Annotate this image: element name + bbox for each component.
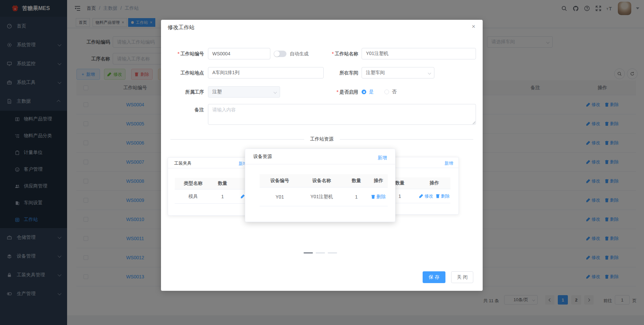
chevron-down-icon bbox=[274, 91, 277, 94]
dialog-name-input[interactable] bbox=[362, 48, 476, 59]
name-field-label: *工作站名称 bbox=[302, 48, 358, 59]
col-header-qty: 数量 bbox=[343, 178, 369, 184]
third-edit-button[interactable]: 修改 bbox=[419, 193, 433, 199]
trash-icon bbox=[436, 194, 440, 198]
carousel-indicator-1[interactable] bbox=[304, 252, 313, 254]
save-button[interactable]: 保 存 bbox=[423, 271, 445, 283]
edit-icon bbox=[241, 195, 245, 199]
carousel-indicator-3[interactable] bbox=[328, 252, 337, 254]
fixture-resource-card: 工装夹具 新增 类型名称 数量 模具 1 修改 bbox=[168, 157, 252, 216]
device-qty-value: 1 bbox=[343, 194, 369, 200]
fixture-qty-value: 1 bbox=[212, 194, 233, 199]
dialog-close-icon[interactable]: × bbox=[472, 23, 475, 30]
device-table: 设备编号 设备名称 数量 操作 Y01 Y01注塑机 1 删除 bbox=[260, 174, 388, 206]
dialog-workshop-select[interactable]: 注塑车间 bbox=[362, 67, 434, 78]
col-header-action: 操作 bbox=[369, 178, 388, 184]
edit-icon bbox=[419, 194, 423, 198]
process-select-value: 注塑 bbox=[212, 89, 222, 95]
col-header-qty: 数量 bbox=[212, 180, 233, 186]
required-mark: * bbox=[337, 89, 338, 95]
device-delete-button[interactable]: 删除 bbox=[371, 194, 386, 200]
carousel-indicator-2[interactable] bbox=[316, 252, 325, 254]
auto-generate-toggle[interactable] bbox=[274, 51, 286, 57]
enabled-radio-group: 是 否 bbox=[362, 86, 396, 98]
third-add-link[interactable]: 新增 bbox=[444, 160, 453, 166]
radio-yes-label[interactable]: 是 bbox=[369, 89, 374, 95]
device-card-title: 设备资源 bbox=[253, 154, 272, 160]
radio-no[interactable] bbox=[384, 90, 389, 94]
workshop-field-label: 所在车间 bbox=[302, 67, 358, 78]
remark-field-label: 备注 bbox=[168, 104, 204, 115]
edit-workstation-dialog: 修改工作站 × *工作站编号 自动生成 *工作站名称 工作站地点 所在车间 注塑… bbox=[161, 20, 483, 291]
third-delete-button[interactable]: 删除 bbox=[436, 193, 450, 199]
resources-divider: 工作站资源 bbox=[170, 139, 473, 140]
col-header-device-name: 设备名称 bbox=[300, 178, 343, 184]
textarea-resize-handle[interactable] bbox=[472, 121, 475, 124]
resources-divider-label: 工作站资源 bbox=[304, 136, 340, 142]
device-name-value: Y01注塑机 bbox=[300, 194, 343, 200]
fixture-type-value: 模具 bbox=[175, 194, 212, 200]
location-field-label: 工作站地点 bbox=[168, 67, 204, 78]
col-header-type: 类型名称 bbox=[175, 180, 212, 186]
device-add-link[interactable]: 新增 bbox=[378, 155, 387, 161]
toggle-knob bbox=[274, 51, 280, 57]
col-header-device-code: 设备编号 bbox=[260, 178, 300, 184]
trash-icon bbox=[371, 195, 375, 199]
code-field-label: *工作站编号 bbox=[168, 48, 204, 59]
chevron-down-icon bbox=[428, 71, 431, 75]
fixture-card-title: 工装夹具 bbox=[174, 160, 192, 166]
dialog-process-select[interactable]: 注塑 bbox=[208, 86, 280, 98]
workshop-select-value: 注塑车间 bbox=[366, 70, 385, 76]
enabled-field-label: *是否启用 bbox=[302, 86, 358, 98]
device-row: Y01 Y01注塑机 1 删除 bbox=[260, 187, 388, 206]
required-mark: * bbox=[332, 51, 334, 56]
process-field-label: 所属工序 bbox=[168, 86, 204, 98]
dialog-code-input[interactable] bbox=[208, 48, 270, 59]
col-header-action: 操作 bbox=[418, 180, 450, 186]
required-mark: * bbox=[178, 51, 179, 56]
close-button[interactable]: 关 闭 bbox=[451, 271, 473, 283]
device-resource-card: 设备资源 新增 设备编号 设备名称 数量 操作 Y01 Y01注塑机 1 删除 bbox=[245, 149, 395, 222]
dialog-remark-textarea[interactable] bbox=[208, 104, 476, 125]
radio-no-label[interactable]: 否 bbox=[392, 89, 396, 95]
dialog-title: 修改工作站 bbox=[168, 24, 195, 31]
radio-yes-selected[interactable] bbox=[362, 90, 366, 94]
device-code-value: Y01 bbox=[260, 194, 300, 200]
